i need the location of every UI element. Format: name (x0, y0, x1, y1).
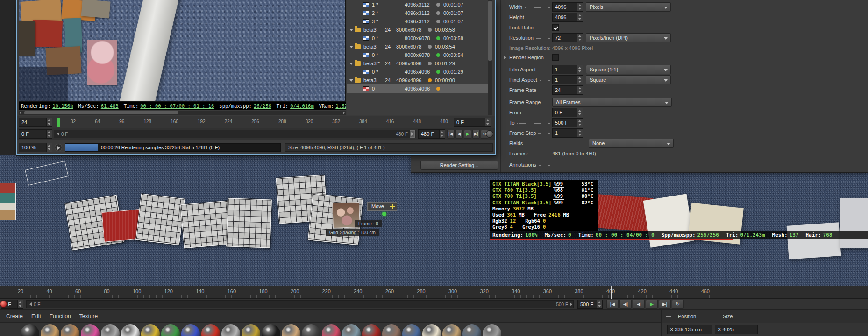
red-knit-fabric[interactable] (591, 194, 654, 232)
frame-rate-field[interactable]: 24 (552, 85, 583, 95)
material-swatch[interactable] (262, 324, 280, 336)
range-start-handle-icon[interactable] (57, 132, 59, 136)
material-swatch[interactable] (101, 324, 120, 336)
timeline-marker[interactable] (611, 286, 612, 299)
material-swatch[interactable] (61, 324, 79, 336)
transport-button[interactable]: ▶| (472, 130, 480, 139)
position-x-field[interactable]: X 339.135 cm (667, 325, 712, 334)
record-button[interactable] (0, 301, 7, 308)
pixel-aspect-dropdown[interactable]: Square (586, 75, 671, 84)
history-row[interactable]: 0 * 8000x6078 00:03:58 (347, 34, 488, 42)
material-swatch[interactable] (402, 324, 421, 336)
material-swatch[interactable] (342, 324, 361, 336)
fps-spinner[interactable] (46, 118, 52, 126)
menu-item[interactable]: Function (45, 313, 75, 320)
from-spinner[interactable] (577, 108, 583, 117)
transport-button[interactable]: ◀ (633, 300, 645, 309)
transport-button[interactable]: ▶ (646, 300, 658, 309)
height-field[interactable]: 4096 (552, 13, 583, 22)
vertical-scrollbar[interactable] (488, 0, 492, 115)
resolution-field[interactable]: 72 (552, 33, 583, 42)
frame-spinner[interactable] (485, 118, 491, 126)
material-swatch[interactable] (121, 324, 140, 336)
wireframe-plane[interactable] (25, 161, 68, 186)
material-swatch[interactable] (462, 324, 481, 336)
history-row[interactable]: 0 4096x4096 (347, 84, 488, 93)
resolution-spinner[interactable] (577, 34, 583, 42)
material-swatch[interactable] (221, 324, 240, 336)
uv-grid-plane[interactable] (226, 198, 272, 248)
scroll-right-icon[interactable] (343, 111, 345, 115)
fields-dropdown[interactable]: None (589, 139, 674, 148)
material-swatch[interactable] (382, 324, 401, 336)
material-swatch[interactable] (282, 324, 300, 336)
current-frame-spinner[interactable] (17, 300, 23, 308)
horizontal-scrollbar[interactable] (19, 111, 346, 115)
to-field[interactable]: 500 F (552, 118, 583, 127)
history-row[interactable]: beta3 24 8000x6078 00:03:58 (347, 26, 488, 34)
frame-step-field[interactable]: 1 (552, 128, 583, 138)
range-end-spinner[interactable] (439, 130, 445, 138)
range-end-handle-icon[interactable] (570, 302, 572, 306)
transport-button[interactable]: |◀ (606, 300, 619, 309)
frame-range-dropdown[interactable]: All Frames (552, 98, 672, 107)
material-swatch[interactable] (302, 324, 320, 336)
zoom-level-field[interactable]: 100 % (19, 143, 52, 152)
uv-grid-plane[interactable] (180, 201, 232, 249)
material-swatch[interactable] (21, 324, 39, 336)
render-setting-menu-button[interactable]: Render Setting... (420, 161, 498, 170)
pixel-aspect-spinner[interactable] (577, 76, 583, 84)
material-swatch[interactable] (81, 324, 100, 336)
preview-range-slider[interactable]: 0 F 480 F (54, 130, 416, 138)
pixel-aspect-field[interactable]: 1 (552, 75, 583, 84)
transport-button[interactable]: |◀ (447, 130, 455, 139)
material-swatch[interactable] (41, 324, 59, 336)
playhead-marker[interactable] (57, 118, 60, 127)
film-aspect-dropdown[interactable]: Square (1:1) (586, 65, 671, 74)
history-row[interactable]: beta3 * 24 4096x4096 00:01:29 (347, 59, 488, 68)
frame-step-spinner[interactable] (577, 129, 583, 137)
transport-button[interactable]: ◀| (619, 300, 632, 309)
uv-grid-plane[interactable] (135, 194, 185, 245)
menu-item[interactable]: Edit (27, 313, 45, 320)
scroll-left-icon[interactable] (20, 111, 21, 115)
menu-item[interactable]: Create (2, 313, 27, 320)
render-region-checkbox[interactable] (552, 54, 559, 61)
preview-frame-field[interactable]: 0 F (454, 118, 491, 127)
range-start-spinner[interactable] (46, 130, 52, 138)
axis-gizmo-handle[interactable] (382, 212, 386, 216)
end-frame-field[interactable]: 500 F (577, 300, 603, 309)
material-swatch[interactable] (322, 324, 341, 336)
material-swatch[interactable] (442, 324, 461, 336)
timeline-ruler[interactable]: 2040608010012014016018020022024026028030… (0, 286, 868, 299)
from-field[interactable]: 0 F (552, 108, 583, 117)
history-row[interactable]: 3 * 4096x3112 00:01:07 (347, 17, 488, 26)
viewport-3d[interactable]: Move Frame : 0 Grid Spacing : 100 cm (0, 154, 868, 286)
material-swatch[interactable] (161, 324, 180, 336)
history-row[interactable]: beta3 24 4096x4096 00:00:00 (347, 76, 488, 84)
menu-item[interactable]: Texture (75, 313, 102, 320)
card-piece[interactable] (787, 222, 841, 259)
to-spinner[interactable] (577, 119, 583, 127)
timeline-range-slider[interactable]: 0 F 500 F (26, 300, 574, 308)
frame-rate-spinner[interactable] (577, 86, 583, 94)
history-row[interactable]: 2 * 4096x3112 00:01:07 (347, 9, 488, 17)
scrollbar-thumb[interactable] (488, 1, 492, 61)
history-row[interactable]: 0 * 4096x4096 00:01:29 (347, 68, 488, 76)
preview-frame-ruler[interactable]: 3264961281601922242562883203523844164484… (54, 116, 452, 128)
end-frame-spinner[interactable] (597, 300, 602, 308)
width-field[interactable]: 4096 (552, 2, 583, 12)
scrollbar-thumb[interactable] (24, 111, 178, 114)
material-swatch[interactable] (483, 324, 501, 336)
resolution-unit-dropdown[interactable]: Pixels/Inch (DPI) (586, 33, 671, 42)
size-x-field[interactable]: X 4025 (715, 325, 758, 334)
range-start-handle-icon[interactable] (29, 302, 32, 306)
history-row[interactable]: 1 * 4096x3112 00:01:07 (347, 0, 488, 9)
material-swatch[interactable] (242, 324, 260, 336)
range-end-handle[interactable] (410, 130, 415, 138)
width-spinner[interactable] (577, 3, 583, 11)
transport-button[interactable]: ▶ (464, 130, 471, 139)
transport-button[interactable]: ▶| (659, 300, 671, 309)
lock-ratio-checkbox[interactable] (552, 24, 559, 31)
expand-triangle-icon[interactable] (504, 56, 506, 59)
